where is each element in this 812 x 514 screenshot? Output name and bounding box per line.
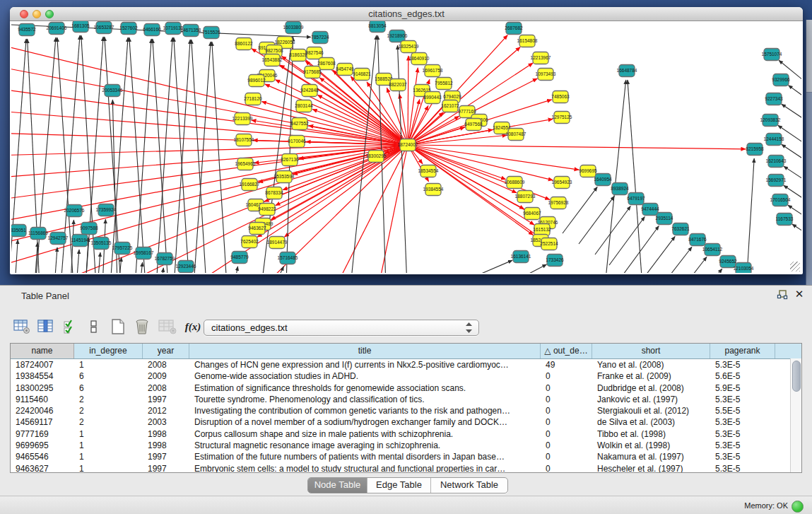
graph-node[interactable]: 7632621 [671,223,690,235]
graph-node[interactable]: 16033809 [283,22,304,34]
window-titlebar[interactable]: citations_edges.txt [10,7,803,21]
graph-node[interactable]: 9498222 [258,204,276,216]
table-row[interactable]: 969969511998Structural magnetic resonanc… [11,440,801,451]
graph-node[interactable]: 9463627 [248,223,266,235]
column-header-out_de[interactable]: △ out_de… [541,344,592,358]
graph-node[interactable]: 12444158 [764,134,784,146]
graph-node[interactable]: 8860122 [235,38,253,50]
graph-node[interactable]: 1681305 [71,21,90,33]
graph-node[interactable]: 10973493 [536,69,556,81]
graph-node[interactable]: 7857224 [311,32,329,44]
show-columns-icon[interactable] [35,316,57,337]
function-builder-icon[interactable]: f(x) [182,316,204,337]
graph-node[interactable]: 6479197 [627,193,645,205]
graph-node[interactable]: 8186328 [289,49,307,62]
graph-node[interactable]: 1167533 [776,214,794,226]
table-selector-dropdown[interactable]: citations_edges.txt [204,320,479,336]
graph-node[interactable]: 19756928 [548,197,569,209]
graph-node[interactable]: 8990443 [423,92,442,104]
graph-node[interactable]: 9175685 [303,66,322,78]
table-row[interactable]: 911546021997Tourette syndrome. Phenomeno… [11,394,801,405]
graph-node[interactable]: 1640954 [594,174,612,186]
graph-node[interactable]: 12213967 [531,52,551,64]
row-height-icon[interactable] [83,316,105,337]
tab-edge-table[interactable]: Edge Table [367,478,431,493]
graph-node[interactable]: 6497568 [464,119,483,131]
graph-node[interactable]: 20691406 [47,23,67,35]
graph-node[interactable]: 20053346 [102,85,123,97]
graph-node[interactable]: 11156869 [28,228,48,240]
table-row[interactable]: 946362711997Embryonic stem cells: a mode… [11,463,801,473]
graph-node[interactable]: 15958167 [134,247,154,259]
graph-node[interactable]: 16782759 [155,253,175,265]
graph-node[interactable]: 10654112 [702,244,723,256]
column-header-title[interactable]: title [189,344,541,358]
graph-node[interactable]: 7625402 [240,236,259,248]
graph-node[interactable]: 18724007 [398,139,418,151]
graph-node[interactable]: 1527602 [119,23,138,35]
graph-node[interactable]: 19654965 [235,158,256,170]
column-header-pagerank[interactable]: pagerank [710,344,775,358]
graph-node[interactable]: 2935114 [656,213,673,225]
graph-node[interactable]: 8267130 [281,154,299,166]
graph-node[interactable]: 19384554 [423,184,444,196]
graph-node[interactable]: 12093832 [760,115,781,127]
graph-node[interactable]: 7515526 [202,27,220,39]
graph-node[interactable]: 1733426 [546,255,564,267]
column-header-year[interactable]: year [143,344,189,358]
graph-node[interactable]: 17016504 [770,194,791,206]
graph-node[interactable]: 1145194 [71,235,89,247]
graph-node[interactable]: 10653287 [94,22,114,34]
new-column-icon[interactable] [107,316,129,337]
resize-grip[interactable] [790,262,800,271]
graph-node[interactable]: 16961758 [423,65,443,77]
column-header-in_degree[interactable]: in_degree [74,344,143,358]
graph-node[interactable]: 16154808 [517,35,538,47]
graph-node[interactable]: 10807487 [506,129,526,141]
graph-node[interactable]: 2803144 [295,100,313,112]
graph-node[interactable]: 9329966 [772,74,790,86]
graph-node[interactable]: 9435572 [18,24,36,36]
graph-node[interactable]: 2522514 [540,238,558,250]
graph-node[interactable]: 13505135 [91,238,112,250]
graph-node[interactable]: 8427552 [290,118,309,130]
float-panel-icon[interactable] [777,289,788,300]
graph-node[interactable]: 7955812 [435,78,453,90]
graph-node[interactable]: 18300295 [366,151,387,163]
tab-node-table[interactable]: Node Table [308,478,367,493]
graph-node[interactable]: 12975125 [552,112,572,124]
table-options-icon[interactable] [11,316,33,337]
graph-node[interactable]: 8215958 [746,144,764,156]
graph-node[interactable]: 9485779 [230,252,249,264]
graph-node[interactable]: 12923446 [176,261,196,273]
graph-node[interactable]: 10688609 [505,177,525,189]
table-scrollbar-thumb[interactable] [792,361,801,392]
graph-node[interactable]: 8454749 [336,64,354,76]
table-row[interactable]: 946554611997Estimation of the future num… [11,451,801,462]
graph-node[interactable]: 9699695 [579,165,597,177]
graph-node[interactable]: 18807293 [515,191,536,203]
graph-node[interactable]: 7485063 [551,91,570,103]
graph-node[interactable]: 15692971 [766,175,787,187]
table-row[interactable]: 977716911998Corpus callosum shape and si… [11,428,801,440]
table-row[interactable]: 1830029562008Estimation of significance … [11,382,801,394]
select-attributes-icon[interactable] [59,316,81,337]
graph-node[interactable]: 2718120 [244,93,262,105]
tab-network-table[interactable]: Network Table [431,478,507,493]
graph-node[interactable]: 2687682 [505,23,523,35]
graph-node[interactable]: 8813054 [368,21,387,33]
column-header-name[interactable]: name [11,344,74,358]
graph-node[interactable]: 16136141 [511,251,531,263]
close-panel-icon[interactable]: ✕ [794,288,805,300]
table-row[interactable]: 1456911722003Disruption of a novel membe… [11,416,801,428]
column-header-short[interactable]: short [592,344,710,358]
graph-node[interactable]: 8471676 [688,234,707,246]
graph-node[interactable]: 15353594 [274,171,295,183]
graph-node[interactable]: 9896012 [247,75,266,87]
graph-node[interactable]: 17957225 [112,243,133,255]
graph-node[interactable]: 8822037 [389,79,407,91]
memory-status-indicator[interactable] [792,501,804,513]
graph-node[interactable]: 12103054 [734,263,754,274]
graph-node[interactable]: 14671358 [181,25,201,37]
graph-node[interactable]: 16543882 [262,54,283,66]
